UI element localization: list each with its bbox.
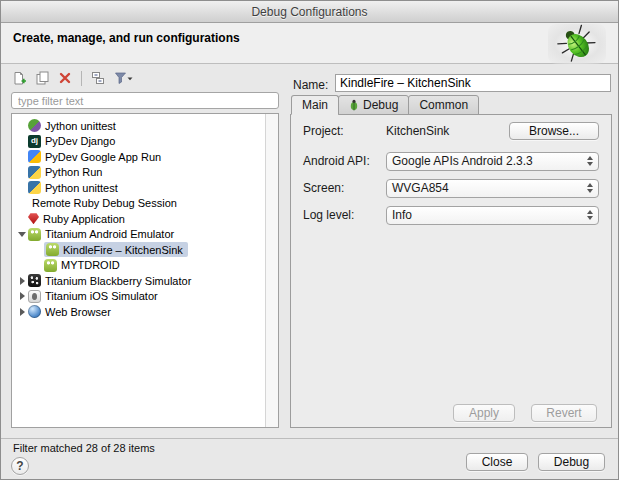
debug-bug-logo xyxy=(548,24,606,64)
filter-input[interactable] xyxy=(11,92,279,109)
android-api-selected-value: Google APIs Android 2.3.3 xyxy=(392,154,533,168)
tab-common[interactable]: Common xyxy=(408,95,479,115)
tree-item-label: Remote Ruby Debug Session xyxy=(32,197,177,209)
help-button[interactable]: ? xyxy=(11,457,29,475)
tree-item-jython-unittest[interactable]: Jython unittest xyxy=(16,118,122,134)
log-level-select[interactable]: Info xyxy=(386,206,599,225)
tree-item-pydev-django[interactable]: PyDev Django xyxy=(16,134,121,150)
name-label: Name: xyxy=(293,78,328,92)
tree-item-kindlefire-kitchensink[interactable]: KindleFire – KitchenSink xyxy=(32,242,194,258)
main-tab-panel: Project: KitchenSink Browse... Android A… xyxy=(290,114,612,428)
name-input[interactable] xyxy=(335,74,611,92)
tree-item-label: PyDev Django xyxy=(45,135,115,147)
web-browser-icon xyxy=(28,305,41,318)
selected-row-highlight: KindleFire – KitchenSink xyxy=(44,242,188,257)
log-level-row: Log level: Info xyxy=(303,205,599,225)
project-row: Project: KitchenSink Browse... xyxy=(303,121,599,141)
log-level-label: Log level: xyxy=(303,208,386,222)
tab-bar: Main Debug Common xyxy=(291,95,478,115)
disclosure-triangle-expanded[interactable] xyxy=(16,232,28,237)
android-icon xyxy=(28,228,41,241)
tree-item-label: Titanium Android Emulator xyxy=(45,228,174,240)
python-icon xyxy=(28,181,41,194)
tree-item-label: Python Run xyxy=(45,166,102,178)
android-api-select[interactable]: Google APIs Android 2.3.3 xyxy=(386,152,599,171)
android-icon xyxy=(44,259,57,272)
dialog-subtitle: Create, manage, and run configurations xyxy=(13,31,240,45)
collapse-all-icon xyxy=(90,70,106,86)
disclosure-triangle-collapsed[interactable] xyxy=(16,292,28,300)
project-value: KitchenSink xyxy=(386,124,449,138)
footer-separator xyxy=(1,438,618,439)
toolbar-separator xyxy=(81,71,82,86)
config-tree: Jython unittest PyDev Django PyDev Googl… xyxy=(11,113,279,428)
tree-item-label: Ruby Application xyxy=(43,213,125,225)
ruby-icon xyxy=(28,213,39,224)
duplicate-button[interactable] xyxy=(32,68,52,88)
header: Create, manage, and run configurations xyxy=(1,23,618,64)
duplicate-icon xyxy=(34,70,50,86)
tree-item-pydev-google-app-run[interactable]: PyDev Google App Run xyxy=(16,149,167,165)
screen-label: Screen: xyxy=(303,181,386,195)
titlebar[interactable]: Debug Configurations xyxy=(1,1,618,23)
delete-button[interactable] xyxy=(55,68,75,88)
tree-item-titanium-ios-simulator[interactable]: Titanium iOS Simulator xyxy=(16,289,164,305)
debug-button[interactable]: Debug xyxy=(538,453,605,471)
tree-item-ruby-application[interactable]: Ruby Application xyxy=(16,211,131,227)
screen-select[interactable]: WVGA854 xyxy=(386,179,599,198)
revert-button[interactable]: Revert xyxy=(531,404,597,422)
filter-menu-button[interactable] xyxy=(111,68,137,88)
tree-item-titanium-android-emulator[interactable]: Titanium Android Emulator xyxy=(16,227,180,243)
browse-button[interactable]: Browse... xyxy=(509,122,599,140)
beetle-icon xyxy=(554,24,600,64)
tab-debug[interactable]: Debug xyxy=(338,95,409,115)
tree-item-label: Titanium iOS Simulator xyxy=(45,290,158,302)
dropdown-arrows-icon xyxy=(587,183,593,193)
apply-button[interactable]: Apply xyxy=(453,404,515,422)
dropdown-arrows-icon xyxy=(587,156,593,166)
tree-item-label: Titanium Blackberry Simulator xyxy=(45,275,191,287)
log-level-selected-value: Info xyxy=(392,208,412,222)
filter-menu-icon xyxy=(113,70,135,86)
tree-item-mytdroid[interactable]: MYTDROID xyxy=(32,258,126,274)
tree-item-titanium-blackberry-simulator[interactable]: Titanium Blackberry Simulator xyxy=(16,273,197,289)
tree-item-label: MYTDROID xyxy=(61,259,120,271)
google-app-icon xyxy=(28,150,41,163)
tab-label: Common xyxy=(419,98,468,112)
tab-main[interactable]: Main xyxy=(291,95,339,115)
collapse-all-button[interactable] xyxy=(88,68,108,88)
tree-item-label: PyDev Google App Run xyxy=(45,151,161,163)
screen-row: Screen: WVGA854 xyxy=(303,178,599,198)
tree-item-label: KindleFire – KitchenSink xyxy=(63,244,183,256)
tab-label: Main xyxy=(302,98,328,112)
django-icon xyxy=(28,135,41,148)
tree-item-label: Web Browser xyxy=(45,306,111,318)
project-label: Project: xyxy=(303,124,386,138)
tree-item-label: Jython unittest xyxy=(45,120,116,132)
disclosure-triangle-collapsed[interactable] xyxy=(16,308,28,316)
tree-item-python-run[interactable]: Python Run xyxy=(16,165,108,181)
tree-item-python-unittest[interactable]: Python unittest xyxy=(16,180,124,196)
tree-item-remote-ruby-debug-session[interactable]: Remote Ruby Debug Session xyxy=(16,196,183,212)
new-configuration-button[interactable] xyxy=(9,68,29,88)
tree-item-label: Python unittest xyxy=(45,182,118,194)
new-configuration-icon xyxy=(11,70,27,86)
android-icon xyxy=(46,243,59,256)
android-api-row: Android API: Google APIs Android 2.3.3 xyxy=(303,151,599,171)
android-api-label: Android API: xyxy=(303,154,386,168)
dropdown-arrows-icon xyxy=(587,210,593,220)
tree-scrollbar[interactable] xyxy=(265,114,278,427)
delete-icon xyxy=(57,70,73,86)
disclosure-triangle-collapsed[interactable] xyxy=(16,277,28,285)
debug-tab-bug-icon xyxy=(349,99,359,111)
close-button[interactable]: Close xyxy=(466,453,528,471)
debug-configurations-window: Debug Configurations Create, manage, and… xyxy=(0,0,619,480)
screen-selected-value: WVGA854 xyxy=(392,181,449,195)
jython-icon xyxy=(28,119,41,132)
tree-item-web-browser[interactable]: Web Browser xyxy=(16,304,117,320)
blackberry-icon xyxy=(28,274,41,287)
python-icon xyxy=(28,166,41,179)
tab-label: Debug xyxy=(363,98,398,112)
filter-status: Filter matched 28 of 28 items xyxy=(13,442,155,454)
window-title: Debug Configurations xyxy=(251,5,367,19)
